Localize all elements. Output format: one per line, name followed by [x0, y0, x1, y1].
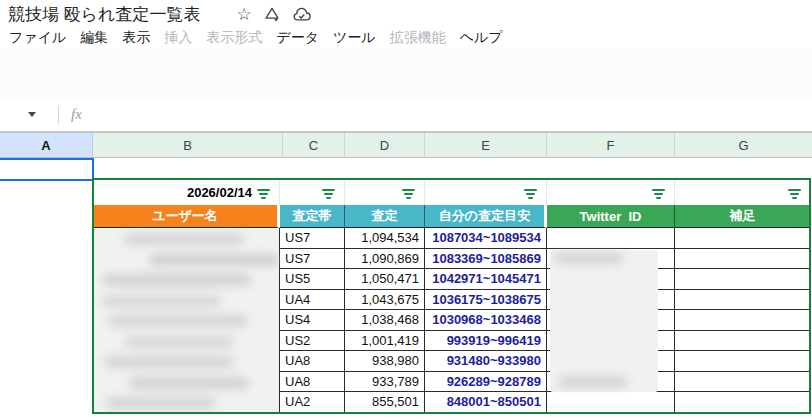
formula-bar: fx	[0, 98, 812, 132]
cell-band[interactable]: US4	[280, 310, 345, 331]
filter-icon[interactable]	[652, 189, 665, 199]
cell-assessment[interactable]: 855,501	[345, 392, 425, 413]
cell-assessment[interactable]: 1,094,534	[345, 228, 425, 249]
menu-insert: 挿入	[157, 27, 199, 49]
date-cell[interactable]: 2026/02/14	[93, 180, 280, 205]
header-assessment[interactable]: 査定	[345, 205, 425, 228]
cell-band[interactable]: US2	[280, 331, 345, 352]
cell-assessment[interactable]: 1,001,419	[345, 331, 425, 352]
name-box-dropdown[interactable]	[28, 112, 36, 117]
cell-note[interactable]	[675, 331, 810, 352]
filter-icon[interactable]	[322, 189, 335, 199]
titlebar: 競技場 殴られ査定一覧表 ☆	[0, 0, 812, 26]
column-header-g[interactable]: G	[675, 133, 812, 157]
cell-band[interactable]: UA2	[280, 392, 345, 413]
cell-note[interactable]	[675, 310, 810, 331]
menu-file[interactable]: ファイル	[2, 27, 73, 49]
cell-my-range[interactable]: 1042971~1045471	[425, 269, 547, 290]
cell-assessment[interactable]: 1,043,675	[345, 290, 425, 311]
sheet-grid: 2026/02/14	[0, 158, 812, 420]
cell-band[interactable]: US5	[280, 269, 345, 290]
cell-my-range[interactable]: 931480~933980	[425, 351, 547, 372]
cell-note[interactable]	[675, 392, 810, 413]
cell-note[interactable]	[675, 249, 810, 270]
filter-icon[interactable]	[257, 189, 270, 199]
menu-extensions: 拡張機能	[383, 27, 453, 49]
header-note[interactable]: 補足	[675, 205, 810, 228]
cell-band[interactable]: UA4	[280, 290, 345, 311]
redacted-twitter-ids	[550, 250, 658, 392]
menu-edit[interactable]: 編集	[73, 27, 115, 49]
filter-cell[interactable]	[345, 180, 425, 205]
fx-label: fx	[71, 106, 82, 123]
cell-band[interactable]: UA8	[280, 372, 345, 393]
header-band[interactable]: 査定帯	[280, 205, 345, 228]
cell-twitter-id[interactable]	[547, 392, 675, 413]
filter-date: 2026/02/14	[93, 185, 279, 200]
cell-my-range[interactable]: 1030968~1033468	[425, 310, 547, 331]
cell-my-range[interactable]: 848001~850501	[425, 392, 547, 413]
cell-note[interactable]	[675, 269, 810, 290]
column-header-a[interactable]: A	[0, 133, 93, 157]
menu-tools[interactable]: ツール	[326, 27, 383, 49]
cell-note[interactable]	[675, 351, 810, 372]
filter-cell[interactable]	[280, 180, 345, 205]
add-shortcut-to-drive-icon[interactable]	[262, 4, 282, 24]
menu-format: 表示形式	[199, 27, 269, 49]
column-header-row: A B C D E F G	[0, 132, 812, 158]
cell-band[interactable]: US7	[280, 228, 345, 249]
filter-cell[interactable]	[675, 180, 810, 205]
header-twitter-id[interactable]: Twitter ID	[547, 205, 675, 228]
menu-data[interactable]: データ	[269, 27, 326, 49]
cell-my-range[interactable]: 1087034~1089534	[425, 228, 547, 249]
filter-header-row: 2026/02/14	[93, 180, 810, 205]
column-header-b[interactable]: B	[93, 133, 283, 157]
cell-note[interactable]	[675, 372, 810, 393]
column-header-f[interactable]: F	[547, 133, 675, 157]
cell-assessment[interactable]: 1,090,869	[345, 249, 425, 270]
menu-help[interactable]: ヘルプ	[453, 27, 510, 49]
column-header-c[interactable]: C	[283, 133, 345, 157]
cell-my-range[interactable]: 1083369~1085869	[425, 249, 547, 270]
star-icon[interactable]: ☆	[234, 4, 254, 24]
filter-cell[interactable]	[547, 180, 675, 205]
google-sheets-app: 競技場 殴られ査定一覧表 ☆ ファイル 編集 表示 挿入 表示形式 データ ツー…	[0, 0, 812, 420]
column-header-e[interactable]: E	[425, 133, 547, 157]
filter-icon[interactable]	[788, 189, 801, 199]
redacted-usernames	[94, 229, 279, 412]
menu-view[interactable]: 表示	[115, 27, 157, 49]
cell-assessment[interactable]: 933,789	[345, 372, 425, 393]
cell-my-range[interactable]: 1036175~1038675	[425, 290, 547, 311]
column-header-d[interactable]: D	[345, 133, 425, 157]
menu-bar: ファイル 編集 表示 挿入 表示形式 データ ツール 拡張機能 ヘルプ	[2, 27, 510, 49]
filter-icon[interactable]	[402, 189, 415, 199]
cell-assessment[interactable]: 938,980	[345, 351, 425, 372]
filter-cell[interactable]	[425, 180, 547, 205]
formula-bar-divider	[58, 106, 59, 124]
cell-assessment[interactable]: 1,050,471	[345, 269, 425, 290]
cell-band[interactable]: UA8	[280, 351, 345, 372]
table-header-row: ユーザー名 査定帯 査定 自分の査定目安 Twitter ID 補足	[93, 205, 810, 228]
cell-note[interactable]	[675, 228, 810, 249]
header-my-range[interactable]: 自分の査定目安	[425, 205, 547, 228]
cell-twitter-id[interactable]	[547, 228, 675, 249]
document-title[interactable]: 競技場 殴られ査定一覧表	[8, 3, 201, 26]
cell-my-range[interactable]: 926289~928789	[425, 372, 547, 393]
filter-icon[interactable]	[524, 189, 537, 199]
cell-my-range[interactable]: 993919~996419	[425, 331, 547, 352]
active-cell-selection	[0, 158, 94, 181]
cloud-saved-icon[interactable]	[291, 4, 311, 24]
cell-assessment[interactable]: 1,038,468	[345, 310, 425, 331]
header-username[interactable]: ユーザー名	[93, 205, 280, 228]
cell-note[interactable]	[675, 290, 810, 311]
cell-band[interactable]: US7	[280, 249, 345, 270]
